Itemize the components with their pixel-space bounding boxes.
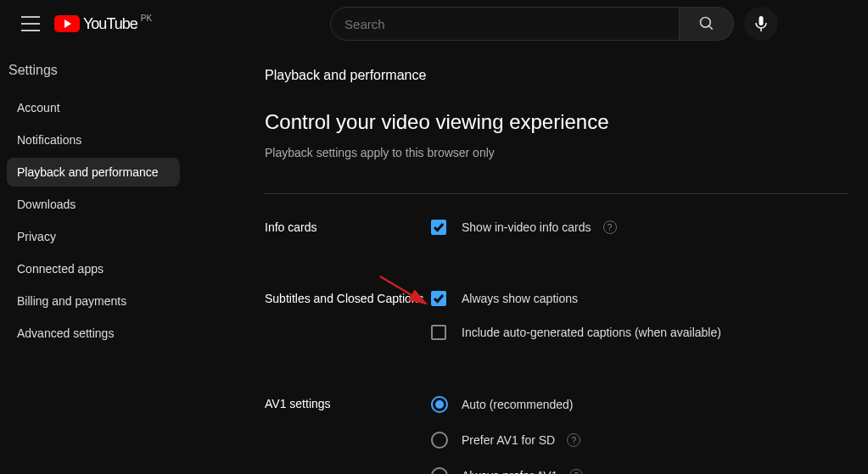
play-icon xyxy=(54,15,80,32)
main-content: Playback and performance Control your vi… xyxy=(265,68,868,474)
app-header: YouTube PK xyxy=(0,0,868,47)
av1-label: AV1 settings xyxy=(265,396,431,474)
option-show-info-cards: Show in-video info cards ? xyxy=(431,220,848,235)
microphone-icon xyxy=(755,16,767,31)
sidebar-item-notifications[interactable]: Notifications xyxy=(7,125,180,154)
radio-av1-sd[interactable] xyxy=(431,432,448,449)
country-code: PK xyxy=(141,14,152,23)
sidebar-item-account[interactable]: Account xyxy=(7,93,180,122)
settings-sidebar: Settings Account Notifications Playback … xyxy=(0,47,187,361)
svg-line-1 xyxy=(708,26,712,30)
sidebar-item-privacy[interactable]: Privacy xyxy=(7,222,180,251)
option-av1-sd: Prefer AV1 for SD ? xyxy=(431,432,848,449)
help-icon[interactable]: ? xyxy=(603,220,617,234)
divider xyxy=(265,193,848,194)
youtube-logo[interactable]: YouTube PK xyxy=(54,15,152,33)
search-input[interactable] xyxy=(330,7,680,41)
info-cards-label: Info cards xyxy=(265,220,431,254)
option-text: Show in-video info cards xyxy=(462,220,591,234)
option-av1-always: Always prefer AV1 ? xyxy=(431,467,848,474)
hamburger-menu-button[interactable] xyxy=(14,7,48,41)
radio-av1-auto[interactable] xyxy=(431,396,448,413)
sidebar-item-playback[interactable]: Playback and performance xyxy=(7,158,180,187)
search-icon xyxy=(698,15,715,32)
option-always-show-captions: Always show captions xyxy=(431,291,848,306)
sidebar-item-billing[interactable]: Billing and payments xyxy=(7,287,180,315)
option-text: Always show captions xyxy=(462,292,578,305)
option-text: Auto (recommended) xyxy=(462,398,574,411)
info-cards-row: Info cards Show in-video info cards ? xyxy=(265,220,848,254)
svg-rect-2 xyxy=(759,16,764,25)
page-subtitle: Playback settings apply to this browser … xyxy=(265,146,848,159)
sidebar-item-downloads[interactable]: Downloads xyxy=(7,190,180,219)
search-button[interactable] xyxy=(680,7,734,41)
checkbox-auto-generated-captions[interactable] xyxy=(431,325,446,340)
logo-text: YouTube xyxy=(83,15,137,33)
subtitles-label: Subtitles and Closed Captions xyxy=(265,291,431,359)
option-text: Include auto-generated captions (when av… xyxy=(462,326,721,339)
svg-point-0 xyxy=(700,18,710,28)
hamburger-icon xyxy=(21,16,40,31)
sidebar-item-advanced[interactable]: Advanced settings xyxy=(7,319,180,348)
page-title: Control your video viewing experience xyxy=(265,110,848,134)
search-container xyxy=(254,7,854,41)
sidebar-title: Settings xyxy=(7,58,180,93)
help-icon[interactable]: ? xyxy=(569,469,583,474)
subtitles-row: Subtitles and Closed Captions Always sho… xyxy=(265,291,848,359)
av1-row: AV1 settings Auto (recommended) Prefer A… xyxy=(265,396,848,474)
option-av1-auto: Auto (recommended) xyxy=(431,396,848,413)
sidebar-item-connected-apps[interactable]: Connected apps xyxy=(7,254,180,283)
option-text: Always prefer AV1 xyxy=(462,469,557,474)
option-auto-generated-captions: Include auto-generated captions (when av… xyxy=(431,325,848,340)
radio-av1-always[interactable] xyxy=(431,467,448,474)
option-text: Prefer AV1 for SD xyxy=(462,433,555,447)
checkbox-show-info-cards[interactable] xyxy=(431,220,446,235)
checkbox-always-show-captions[interactable] xyxy=(431,291,446,306)
voice-search-button[interactable] xyxy=(744,7,778,41)
help-icon[interactable]: ? xyxy=(567,433,580,447)
section-heading: Playback and performance xyxy=(265,68,848,83)
